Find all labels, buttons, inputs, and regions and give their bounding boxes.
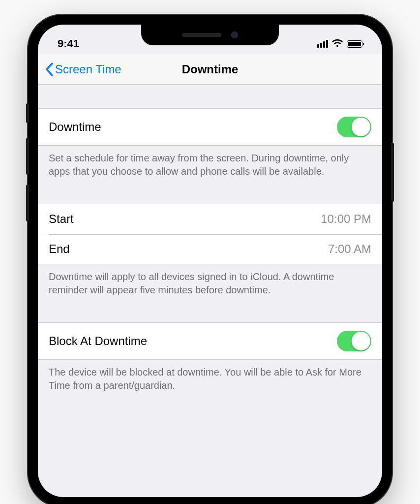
end-row[interactable]: End 7:00 AM	[38, 234, 382, 264]
phone-frame: 9:41	[28, 15, 392, 504]
power-button	[391, 143, 394, 202]
block-toggle[interactable]	[337, 331, 371, 351]
battery-icon	[347, 40, 362, 48]
start-value: 10:00 PM	[321, 212, 371, 226]
notch	[141, 25, 279, 45]
volume-up-button	[26, 138, 29, 175]
block-label: Block At Downtime	[49, 334, 147, 348]
volume-down-button	[26, 185, 29, 221]
end-value: 7:00 AM	[328, 242, 371, 256]
downtime-toggle-row: Downtime	[38, 108, 382, 146]
status-time: 9:41	[58, 37, 79, 50]
cellular-signal-icon	[317, 40, 328, 48]
chevron-left-icon	[45, 63, 53, 76]
end-label: End	[49, 242, 70, 256]
back-button[interactable]: Screen Time	[45, 63, 121, 76]
nav-bar: Screen Time Downtime	[38, 54, 382, 85]
start-label: Start	[49, 212, 74, 226]
status-indicators	[317, 37, 362, 50]
screen: 9:41	[38, 25, 382, 497]
block-toggle-row: Block At Downtime	[38, 322, 382, 360]
start-row[interactable]: Start 10:00 PM	[38, 204, 382, 234]
downtime-label: Downtime	[49, 120, 101, 134]
mute-switch	[26, 103, 29, 123]
content: Downtime Set a schedule for time away fr…	[38, 85, 382, 398]
back-label: Screen Time	[55, 63, 121, 76]
page-title: Downtime	[182, 63, 239, 76]
speaker	[182, 33, 221, 37]
block-footer: The device will be blocked at downtime. …	[38, 360, 382, 398]
downtime-toggle[interactable]	[337, 117, 371, 137]
wifi-icon	[332, 37, 343, 50]
downtime-footer: Set a schedule for time away from the sc…	[38, 146, 382, 184]
front-camera	[231, 32, 238, 38]
schedule-footer: Downtime will apply to all devices signe…	[38, 264, 382, 303]
